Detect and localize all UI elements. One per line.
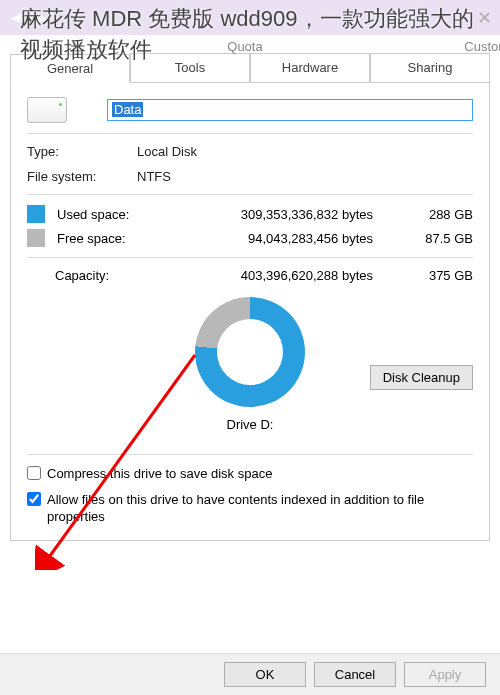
- drive-label: Drive D:: [27, 417, 473, 432]
- free-swatch: [27, 229, 45, 247]
- usage-pie-chart: [195, 297, 305, 407]
- general-panel: Data Type: Local Disk File system: NTFS …: [10, 82, 490, 541]
- disk-cleanup-button[interactable]: Disk Cleanup: [370, 365, 473, 390]
- separator: [27, 257, 473, 258]
- separator: [27, 454, 473, 455]
- separator: [27, 194, 473, 195]
- type-label: Type:: [27, 144, 137, 159]
- cancel-button[interactable]: Cancel: [314, 662, 396, 687]
- capacity-bytes: 403,396,620,288 bytes: [152, 268, 403, 283]
- used-bytes: 309,353,336,832 bytes: [152, 207, 403, 222]
- free-label: Free space:: [57, 231, 152, 246]
- compress-checkbox[interactable]: [27, 466, 41, 480]
- dialog-button-bar: OK Cancel Apply: [0, 653, 500, 695]
- capacity-label: Capacity:: [27, 268, 152, 283]
- used-hr: 288 GB: [403, 207, 473, 222]
- compress-label[interactable]: Compress this drive to save disk space: [47, 465, 473, 483]
- free-hr: 87.5 GB: [403, 231, 473, 246]
- filesystem-label: File system:: [27, 169, 137, 184]
- drive-icon: [27, 97, 67, 123]
- used-label: Used space:: [57, 207, 152, 222]
- drive-name-input[interactable]: Data: [107, 99, 473, 121]
- index-checkbox[interactable]: [27, 492, 41, 506]
- type-value: Local Disk: [137, 144, 197, 159]
- used-swatch: [27, 205, 45, 223]
- ok-button[interactable]: OK: [224, 662, 306, 687]
- apply-button: Apply: [404, 662, 486, 687]
- overlay-title: 麻花传 MDR 免费版 wdd909，一款功能强大的视频播放软件: [0, 0, 500, 70]
- separator: [27, 133, 473, 134]
- capacity-hr: 375 GB: [403, 268, 473, 283]
- filesystem-value: NTFS: [137, 169, 171, 184]
- index-label[interactable]: Allow files on this drive to have conten…: [47, 491, 473, 526]
- free-bytes: 94,043,283,456 bytes: [152, 231, 403, 246]
